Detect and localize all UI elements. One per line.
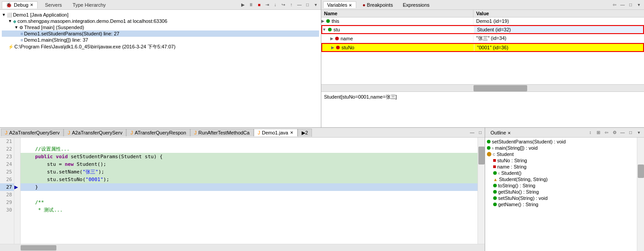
outline-item-label: stuNo : String xyxy=(497,158,527,163)
process-icon: ⚡ xyxy=(8,44,13,49)
expand-icon: ▼ xyxy=(14,25,18,30)
variable-row-highlighted[interactable]: ▶ stuNo "0001" (id=36) xyxy=(321,43,644,52)
variable-row[interactable]: ▶ name "张三" (id=34) xyxy=(321,34,644,43)
editor-scrollbar-horizontal[interactable] xyxy=(0,244,485,251)
superscript-icon: s xyxy=(492,146,494,150)
maximize-icon[interactable]: □ xyxy=(627,1,634,9)
comment: * 测试... xyxy=(23,207,63,213)
code-line: stu.setName("张三"); xyxy=(21,168,478,176)
view-menu-icon[interactable]: ▾ xyxy=(312,1,319,9)
editor-tab-4[interactable]: J Demo1.java ✕ xyxy=(254,129,298,136)
outline-scrollbar[interactable] xyxy=(637,138,644,251)
minimize-icon[interactable]: — xyxy=(619,1,626,9)
expressions-tab[interactable]: Expressions xyxy=(399,2,433,8)
maximize-editor-icon[interactable]: □ xyxy=(477,129,484,136)
tree-item[interactable]: ⚡ C:\Program Files\Java\jdk1.6.0_45\bin\… xyxy=(2,43,319,51)
outline-item-label: setStudentParams(Student) : void xyxy=(492,139,566,144)
variable-row[interactable]: ▶ this Demo1 (id=19) xyxy=(321,17,644,25)
breakpoints-tab[interactable]: ● Breakpoints xyxy=(359,2,397,8)
editor-tab-2[interactable]: J ATransferQueryRespon xyxy=(126,129,190,136)
close-icon[interactable]: ✕ xyxy=(30,3,34,7)
editor-tab-controls: — □ xyxy=(469,129,484,136)
outline-item[interactable]: setStuNo(String) : void xyxy=(486,195,636,201)
variable-name-cell: ▶ name xyxy=(321,35,473,42)
suspend-icon[interactable]: ⏸ xyxy=(247,1,255,9)
editor-scrollbar-vertical[interactable] xyxy=(478,138,485,244)
variable-name-cell: ▶ stuNo xyxy=(322,44,474,51)
gutter-line xyxy=(14,153,20,160)
code-line-current: } xyxy=(21,183,478,191)
tree-item[interactable]: ▼ ⚙ Thread [main] (Suspended) xyxy=(2,24,319,30)
outline-item[interactable]: stuNo : String xyxy=(486,157,636,164)
scrollbar-thumb xyxy=(478,147,485,164)
outline-item[interactable]: ▲ Student(String, String) xyxy=(486,176,636,182)
code-text: ); xyxy=(103,177,109,182)
variables-tab[interactable]: Variables ✕ xyxy=(323,1,356,8)
code-line: //设置属性... xyxy=(21,145,478,153)
view-menu-icon[interactable]: ▾ xyxy=(635,129,642,136)
gutter-line xyxy=(14,199,20,206)
variable-name: stuNo xyxy=(341,45,354,50)
line-number: 24 xyxy=(0,160,14,168)
tab-label: ATransferQueryRespon xyxy=(135,130,186,135)
outline-item[interactable]: getStuNo() : String xyxy=(486,189,636,195)
outline-item[interactable]: getName() : String xyxy=(486,201,636,208)
step-over-icon[interactable]: ↪ xyxy=(280,1,287,9)
maximize-icon[interactable]: □ xyxy=(304,1,311,9)
minimize-icon[interactable]: — xyxy=(296,1,303,9)
close-tab-icon[interactable]: ✕ xyxy=(508,131,511,135)
maximize-icon[interactable]: □ xyxy=(627,129,634,136)
variables-table: Name Value ▶ this Demo1 (id=19) ▼ stu xyxy=(321,10,644,84)
view-menu-icon[interactable]: ▾ xyxy=(635,1,642,9)
minimize-editor-icon[interactable]: — xyxy=(469,129,476,136)
editor-tab-3[interactable]: J RunAfterTestMethodCa xyxy=(190,129,254,136)
outline-item[interactable]: C Student xyxy=(486,151,636,157)
tree-item[interactable]: ≡ Demo1.main(String[]) line: 37 xyxy=(2,37,319,43)
disconnect-icon[interactable]: ⇥ xyxy=(264,1,271,9)
variables-scrollbar[interactable] xyxy=(321,84,644,91)
close-tab-icon[interactable]: ✕ xyxy=(290,130,294,135)
editor-tab-1[interactable]: J A2aTransferQueryServ xyxy=(64,129,126,136)
editor-body: 21 22 23 24 25 26 27 28 29 30 ▶ xyxy=(0,138,485,244)
code-editor[interactable]: //设置属性... public void setStudentParams(S… xyxy=(21,138,478,244)
tab-label: Demo1.java xyxy=(262,130,288,135)
outline-tab[interactable]: Outline ✕ xyxy=(487,130,515,136)
editor-tab-overflow[interactable]: ▶2 xyxy=(298,129,312,137)
step-return-icon[interactable]: ↑ xyxy=(288,1,295,9)
outline-item[interactable]: name : String xyxy=(486,164,636,170)
debug-tab[interactable]: 🐞 Debug ✕ xyxy=(2,1,38,9)
minimize-icon[interactable]: — xyxy=(619,129,626,136)
servers-tab[interactable]: Servers xyxy=(41,2,65,8)
tree-item[interactable]: ▼ ⬜ Demo1 [Java Application] xyxy=(2,12,319,18)
collapse-all-icon[interactable]: ⇦ xyxy=(611,1,618,9)
code-line: stu.setStuNo("0001"); xyxy=(21,176,478,183)
collapse-icon[interactable]: ⇦ xyxy=(603,129,610,136)
debug-panel-header: 🐞 Debug ✕ Servers Type Hierarchy ▶ ⏸ ■ ⇥… xyxy=(0,0,321,10)
variable-type-icon xyxy=(335,37,339,40)
outline-item[interactable]: s main(String[]) : void xyxy=(486,145,636,151)
outline-item[interactable]: toString() : String xyxy=(486,182,636,189)
code-text: stu = xyxy=(23,161,65,167)
tree-item-label: Demo1.main(String[]) line: 37 xyxy=(24,37,88,43)
step-into-icon[interactable]: ↓ xyxy=(272,1,279,9)
tree-item-active[interactable]: ≡ Demo1.setStudentParams(Student) line: … xyxy=(2,30,319,37)
terminate-icon[interactable]: ■ xyxy=(256,1,263,9)
outline-item[interactable]: setStudentParams(Student) : void xyxy=(486,138,636,145)
type-hierarchy-tab[interactable]: Type Hierarchy xyxy=(69,2,109,8)
outline-item[interactable]: c Student() xyxy=(486,170,636,176)
string: "张三" xyxy=(82,169,98,175)
tree-item[interactable]: ▼ ◆ com.shengpay.masopen.integration.dem… xyxy=(2,18,319,24)
scrollbar-thumb xyxy=(473,85,527,91)
tree-item-label: C:\Program Files\Java\jdk1.6.0_45\bin\ja… xyxy=(14,43,175,50)
name-column-header: Name xyxy=(321,10,473,17)
editor-tab-0[interactable]: J A2aTransferQueryServ xyxy=(1,129,64,136)
debug-panel: 🐞 Debug ✕ Servers Type Hierarchy ▶ ⏸ ■ ⇥… xyxy=(0,0,321,127)
settings-icon[interactable]: ⚙ xyxy=(611,129,618,136)
resume-icon[interactable]: ▶ xyxy=(239,1,247,9)
close-tab-icon[interactable]: ✕ xyxy=(349,3,352,8)
field-icon xyxy=(493,159,496,162)
scrollbar-thumb xyxy=(638,164,644,178)
variable-row-selected[interactable]: ▼ stu Student (id=32) xyxy=(321,25,644,34)
filter-icon[interactable]: ⊞ xyxy=(595,129,602,136)
sort-icon[interactable]: ↕ xyxy=(587,129,594,136)
